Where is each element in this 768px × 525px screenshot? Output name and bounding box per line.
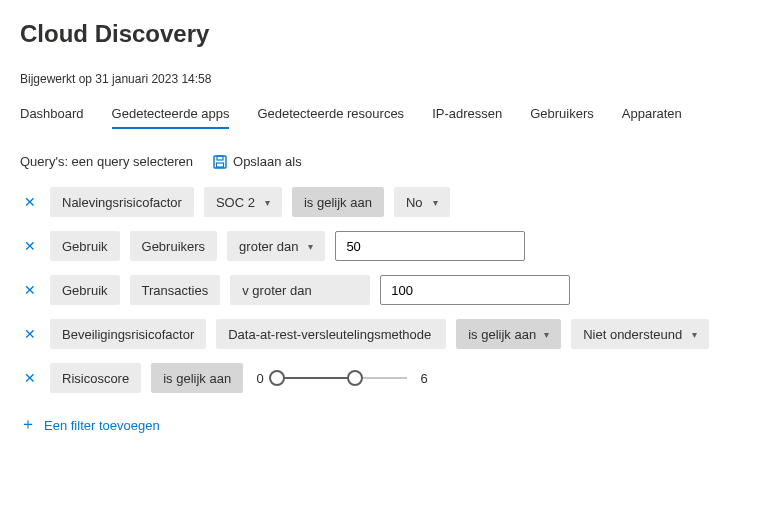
tab-ip-addresses[interactable]: IP-adressen (432, 106, 502, 129)
filter-value-select[interactable]: No ▾ (394, 187, 450, 217)
filter-value-field[interactable] (344, 238, 516, 255)
filters-list: ✕ Nalevingsrisicofactor SOC 2 ▾ is gelij… (20, 187, 748, 393)
plus-icon: ＋ (20, 416, 36, 432)
slider-track[interactable] (277, 368, 407, 388)
filter-subfield[interactable]: Transacties (130, 275, 221, 305)
remove-filter-icon[interactable]: ✕ (20, 282, 40, 298)
tabs: Dashboard Gedetecteerde apps Gedetecteer… (20, 106, 748, 130)
filter-subfield-value: SOC 2 (216, 195, 255, 210)
save-as-button[interactable]: Opslaan als (213, 154, 302, 169)
filter-value-select[interactable]: Niet ondersteund ▾ (571, 319, 709, 349)
slider-handle-max[interactable] (347, 370, 363, 386)
filter-field[interactable]: Nalevingsrisicofactor (50, 187, 194, 217)
filter-value-field[interactable] (389, 282, 561, 299)
filter-operator-label: groter dan (239, 239, 298, 254)
svg-rect-2 (217, 163, 224, 167)
remove-filter-icon[interactable]: ✕ (20, 370, 40, 386)
filter-operator-select[interactable]: groter dan ▾ (227, 231, 325, 261)
filter-field[interactable]: Gebruik (50, 275, 120, 305)
tab-detected-apps[interactable]: Gedetecteerde apps (112, 106, 230, 129)
tab-devices[interactable]: Apparaten (622, 106, 682, 129)
slider-handle-min[interactable] (269, 370, 285, 386)
filter-row: ✕ Risicoscore is gelijk aan 0 6 (20, 363, 748, 393)
filter-value: No (406, 195, 423, 210)
updated-timestamp: Bijgewerkt op 31 januari 2023 14:58 (20, 72, 748, 86)
filter-subfield[interactable]: Gebruikers (130, 231, 218, 261)
chevron-down-icon: ▾ (544, 329, 549, 340)
page-title: Cloud Discovery (20, 20, 748, 48)
chevron-down-icon: ▾ (308, 241, 313, 252)
save-as-label: Opslaan als (233, 154, 302, 169)
filter-subfield-select[interactable]: Data-at-rest-versleutelingsmethode (216, 319, 446, 349)
filter-subfield-select[interactable]: SOC 2 ▾ (204, 187, 282, 217)
query-bar: Query's: een query selecteren Opslaan al… (20, 154, 748, 169)
chevron-down-icon: ▾ (433, 197, 438, 208)
range-slider: 0 6 (253, 368, 431, 388)
query-select-label[interactable]: Query's: een query selecteren (20, 154, 193, 169)
remove-filter-icon[interactable]: ✕ (20, 194, 40, 210)
svg-rect-0 (214, 156, 226, 168)
filter-operator[interactable]: v groter dan (230, 275, 370, 305)
save-icon (213, 155, 227, 169)
filter-field[interactable]: Beveiligingsrisicofactor (50, 319, 206, 349)
remove-filter-icon[interactable]: ✕ (20, 238, 40, 254)
filter-operator-label: is gelijk aan (468, 327, 536, 342)
filter-row: ✕ Gebruik Transacties v groter dan (20, 275, 748, 305)
chevron-down-icon: ▾ (692, 329, 697, 340)
chevron-down-icon: ▾ (265, 197, 270, 208)
filter-row: ✕ Nalevingsrisicofactor SOC 2 ▾ is gelij… (20, 187, 748, 217)
tab-detected-resources[interactable]: Gedetecteerde resources (257, 106, 404, 129)
slider-max-value: 6 (417, 371, 431, 386)
filter-row: ✕ Beveiligingsrisicofactor Data-at-rest-… (20, 319, 748, 349)
filter-field[interactable]: Gebruik (50, 231, 120, 261)
filter-value-input[interactable] (380, 275, 570, 305)
add-filter-label: Een filter toevoegen (44, 418, 160, 433)
tab-users[interactable]: Gebruikers (530, 106, 594, 129)
filter-operator[interactable]: is gelijk aan (292, 187, 384, 217)
filter-field[interactable]: Risicoscore (50, 363, 141, 393)
filter-value-input[interactable] (335, 231, 525, 261)
filter-operator-select[interactable]: is gelijk aan ▾ (456, 319, 561, 349)
filter-operator[interactable]: is gelijk aan (151, 363, 243, 393)
remove-filter-icon[interactable]: ✕ (20, 326, 40, 342)
filter-row: ✕ Gebruik Gebruikers groter dan ▾ (20, 231, 748, 261)
add-filter-button[interactable]: ＋ Een filter toevoegen (20, 417, 160, 433)
filter-value: Niet ondersteund (583, 327, 682, 342)
slider-min-value: 0 (253, 371, 267, 386)
tab-dashboard[interactable]: Dashboard (20, 106, 84, 129)
